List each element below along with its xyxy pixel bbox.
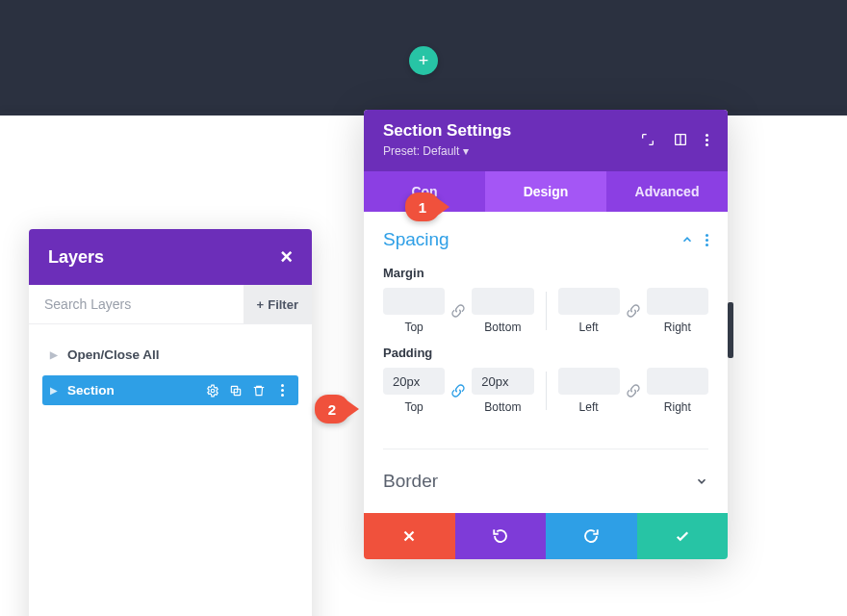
margin-right-input[interactable] — [647, 288, 708, 315]
redo-button[interactable] — [546, 513, 637, 559]
more-icon[interactable] — [706, 234, 708, 246]
padding-bottom-field: Bottom — [472, 368, 533, 414]
divider — [546, 372, 547, 410]
margin-group: Margin Top Bottom — [383, 266, 708, 334]
padding-right-input[interactable] — [647, 368, 708, 395]
layer-item-actions — [206, 384, 289, 398]
margin-left-input[interactable] — [558, 288, 620, 315]
close-icon[interactable]: × — [280, 244, 293, 270]
settings-header: Section Settings Preset: Default ▾ — [364, 110, 728, 171]
caret-down-icon: ▾ — [463, 144, 469, 158]
field-label: Bottom — [484, 400, 521, 414]
filter-button[interactable]: + Filter — [244, 285, 312, 323]
close-icon — [400, 527, 418, 545]
expand-icon[interactable] — [640, 132, 655, 147]
svg-point-0 — [211, 389, 215, 393]
filter-label: Filter — [268, 297, 298, 312]
layer-item-label: Section — [67, 383, 196, 398]
settings-footer — [364, 513, 728, 559]
layer-item-section[interactable]: ▶ Section — [42, 375, 298, 405]
layers-title: Layers — [48, 247, 104, 268]
field-label: Top — [404, 321, 423, 334]
open-close-all[interactable]: ▶ Open/Close All — [42, 338, 298, 372]
layers-panel: Layers × + Filter ▶ Open/Close All ▶ Sec… — [29, 229, 312, 616]
cancel-button[interactable] — [364, 513, 455, 559]
padding-group: Padding Top Bottom — [383, 346, 708, 414]
caret-right-icon: ▶ — [50, 385, 58, 396]
link-icon[interactable] — [450, 383, 466, 398]
add-section-button[interactable]: + — [409, 46, 438, 75]
field-label: Top — [404, 400, 423, 414]
caret-right-icon: ▶ — [50, 349, 58, 360]
padding-left-field: Left — [558, 368, 620, 414]
plus-icon: + — [257, 297, 265, 312]
settings-title: Section Settings — [383, 121, 511, 141]
link-icon[interactable] — [626, 303, 641, 319]
redo-icon — [582, 527, 600, 545]
padding-bottom-input[interactable] — [472, 368, 533, 395]
more-icon[interactable] — [706, 134, 708, 146]
settings-body: Spacing Margin Top — [364, 212, 728, 513]
margin-top-field: Top — [383, 288, 445, 334]
tab-label: Design — [524, 184, 569, 199]
field-label: Left — [579, 400, 599, 414]
margin-bottom-field: Bottom — [472, 288, 533, 334]
resize-handle[interactable] — [728, 302, 733, 358]
more-icon[interactable] — [275, 384, 289, 398]
annotation-badge-2: 2 — [315, 395, 349, 424]
link-icon[interactable] — [626, 383, 641, 398]
padding-top-input[interactable] — [383, 368, 445, 395]
preset-selector[interactable]: Preset: Default ▾ — [383, 144, 511, 158]
undo-button[interactable] — [455, 513, 547, 559]
tab-label: Advanced — [635, 184, 700, 199]
open-close-label: Open/Close All — [67, 347, 160, 362]
section-title: Border — [383, 471, 438, 492]
chevron-up-icon[interactable] — [680, 233, 694, 246]
layout-icon[interactable] — [673, 132, 688, 147]
link-icon[interactable] — [450, 303, 466, 319]
search-input[interactable] — [29, 285, 244, 323]
settings-panel: Section Settings Preset: Default ▾ Con D… — [364, 110, 728, 559]
trash-icon[interactable] — [252, 384, 266, 398]
padding-right-field: Right — [647, 368, 708, 414]
padding-top-field: Top — [383, 368, 445, 414]
section-title: Spacing — [383, 229, 449, 250]
gear-icon[interactable] — [206, 384, 219, 398]
padding-label: Padding — [383, 346, 708, 360]
layers-header: Layers × — [29, 229, 312, 285]
undo-icon — [492, 527, 509, 545]
divider — [546, 292, 547, 330]
layers-search-row: + Filter — [29, 285, 312, 324]
field-label: Bottom — [484, 321, 521, 334]
layers-body: ▶ Open/Close All ▶ Section — [29, 324, 312, 616]
field-label: Right — [664, 400, 691, 414]
save-button[interactable] — [637, 513, 729, 559]
section-spacing-header[interactable]: Spacing — [383, 229, 708, 250]
margin-right-field: Right — [647, 288, 708, 334]
margin-bottom-input[interactable] — [472, 288, 533, 315]
section-border-header[interactable]: Border — [383, 449, 708, 501]
tab-advanced[interactable]: Advanced — [606, 171, 728, 212]
field-label: Left — [579, 321, 599, 334]
field-label: Right — [664, 321, 691, 334]
annotation-badge-1: 1 — [405, 192, 440, 221]
tab-design[interactable]: Design — [485, 171, 606, 212]
margin-top-input[interactable] — [383, 288, 445, 315]
padding-left-input[interactable] — [558, 368, 620, 395]
chevron-down-icon — [695, 475, 708, 488]
duplicate-icon[interactable] — [229, 384, 243, 398]
plus-icon: + — [419, 52, 429, 69]
margin-label: Margin — [383, 266, 708, 280]
check-icon — [674, 527, 691, 545]
margin-left-field: Left — [558, 288, 620, 334]
